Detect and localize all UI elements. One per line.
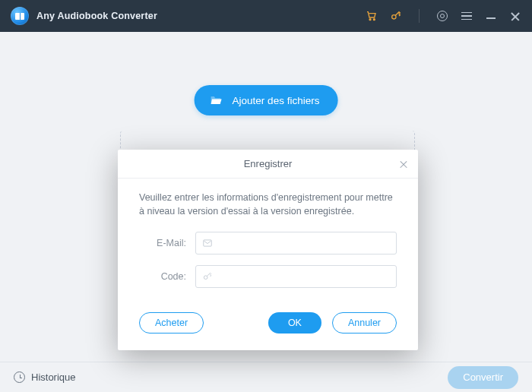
buy-button[interactable]: Acheter <box>139 312 204 334</box>
svg-point-2 <box>392 15 396 19</box>
dialog-title: Enregistrer <box>244 158 293 169</box>
key-icon[interactable] <box>390 10 402 22</box>
history-icon <box>14 371 25 383</box>
svg-point-1 <box>373 19 375 21</box>
svg-point-0 <box>369 19 371 21</box>
titlebar-separator <box>419 9 420 23</box>
key-field-icon <box>202 271 213 282</box>
envelope-icon <box>202 238 213 248</box>
close-button[interactable] <box>509 10 521 22</box>
register-dialog: Enregistrer Veuillez entrer les informat… <box>118 150 418 350</box>
dialog-header: Enregistrer <box>118 150 418 179</box>
email-field[interactable] <box>217 232 396 254</box>
minimize-button[interactable] <box>485 10 497 22</box>
convert-label: Convertir <box>463 371 503 383</box>
folder-open-icon <box>210 95 223 106</box>
cancel-button[interactable]: Annuler <box>332 312 397 334</box>
history-label: Historique <box>31 371 76 383</box>
app-logo-icon <box>11 7 29 25</box>
ok-button[interactable]: OK <box>268 312 321 334</box>
email-label: E-Mail: <box>139 238 186 248</box>
close-icon <box>399 160 408 169</box>
add-files-button[interactable]: Ajouter des fichiers <box>195 85 338 115</box>
code-label: Code: <box>139 271 186 282</box>
titlebar: Any Audiobook Converter <box>0 0 532 32</box>
footer: Historique Convertir <box>0 362 532 392</box>
convert-button[interactable]: Convertir <box>448 366 518 389</box>
code-field[interactable] <box>217 266 396 287</box>
app-title: Any Audiobook Converter <box>36 11 157 21</box>
main-area: Ajouter des fichiers Enregistrer Veuille… <box>0 32 532 362</box>
history-button[interactable]: Historique <box>14 371 76 383</box>
settings-icon[interactable] <box>436 10 448 22</box>
dialog-intro-text: Veuillez entrer les informations d'enreg… <box>139 191 397 218</box>
dialog-close-button[interactable] <box>397 157 410 171</box>
menu-icon[interactable] <box>461 10 473 22</box>
store-icon[interactable] <box>366 10 378 22</box>
code-row: Code: <box>139 265 397 288</box>
email-row: E-Mail: <box>139 232 397 254</box>
add-files-label: Ajouter des fichiers <box>233 95 320 106</box>
svg-point-4 <box>204 276 207 280</box>
